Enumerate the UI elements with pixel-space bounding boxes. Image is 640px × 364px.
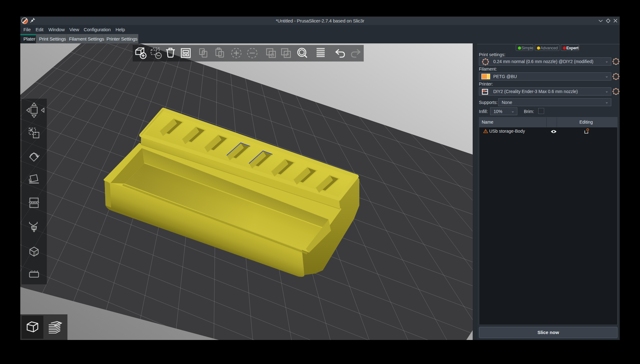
svg-text:O: O (270, 52, 274, 57)
svg-text:P: P (286, 52, 289, 57)
